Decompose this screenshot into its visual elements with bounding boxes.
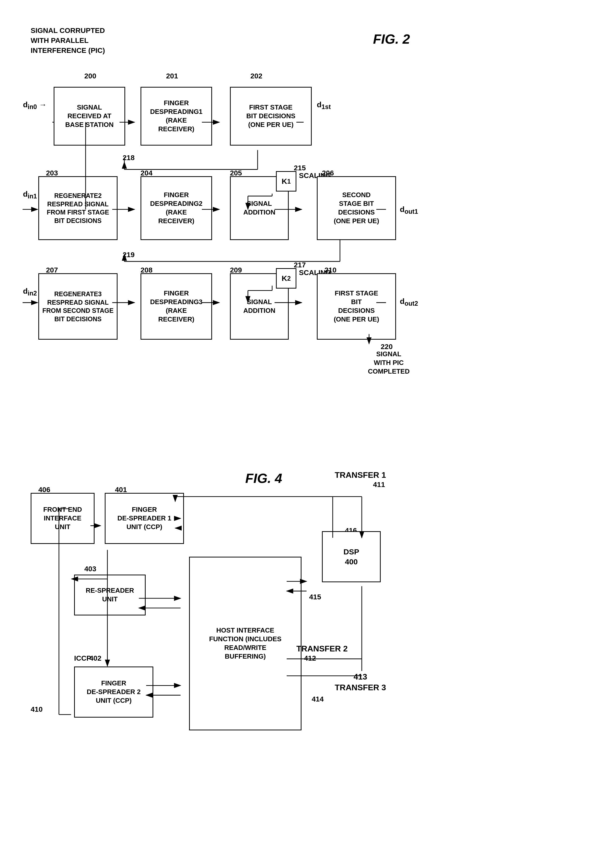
box-203: REGENERATE2RESPREAD SIGNALFROM FIRST STA… <box>38 176 117 240</box>
box-401: FINGERDE-SPREADER 1UNIT (CCP) <box>105 493 184 544</box>
fig4-container: FIG. 4 TRANSFER 1 411 406 FRONT ENDINTER… <box>15 455 577 863</box>
fig2-title: FIG. 2 <box>373 31 410 48</box>
fig4-title: FIG. 4 <box>245 470 282 487</box>
iccp-label: ICCP <box>74 654 91 663</box>
k1-box: K1 <box>276 171 296 192</box>
pic-label: SIGNAL CORRUPTEDWITH PARALLELINTERFERENC… <box>31 25 105 56</box>
box-dsp: DSP400 <box>322 531 381 582</box>
box-405: HOST INTERFACEFUNCTION (INCLUDESREAD/WRI… <box>189 557 302 730</box>
label-202: 202 <box>250 71 262 81</box>
din0-label: din0 → <box>23 100 47 111</box>
label-403: 403 <box>84 564 96 574</box>
box-402: FINGERDE-SPREADER 2UNIT (CCP) <box>74 667 153 717</box>
dout2-label: dout2 <box>400 296 418 308</box>
box-207: REGENERATE3RESPREAD SIGNALFROM SECOND ST… <box>38 273 117 340</box>
label-411: 411 <box>373 480 385 489</box>
label-414: 414 <box>312 695 324 704</box>
box-403: RE-SPREADERUNIT <box>74 574 146 616</box>
transfer3-label: 413TRANSFER 3 <box>335 672 386 693</box>
box-201: FINGERDESPREADING1(RAKERECEIVER) <box>141 87 212 146</box>
label-219: 219 <box>123 250 135 260</box>
box-200: SIGNALRECEIVED ATBASE STATION <box>54 87 125 146</box>
label-201: 201 <box>166 71 178 81</box>
transfer1-label: TRANSFER 1 <box>335 470 386 481</box>
label-410: 410 <box>31 705 43 714</box>
din2-label: din2 <box>23 286 37 298</box>
din1-label: din1 <box>23 189 37 201</box>
d1st-label: d1st <box>317 100 331 111</box>
label-412: 412 <box>304 654 316 663</box>
box-210: FIRST STAGEBITDECISIONS(ONE PER UE) <box>317 273 396 340</box>
box-208: FINGERDESPREADING3(RAKERECEIVER) <box>141 273 212 340</box>
box-204: FINGERDESPREADING2(RAKERECEIVER) <box>141 176 212 240</box>
label-218: 218 <box>123 153 135 162</box>
label-200: 200 <box>84 71 96 81</box>
dout1-label: dout1 <box>400 204 418 216</box>
pic-completed-label: SIGNALWITH PICCOMPLETED <box>368 350 410 376</box>
k2-box: K2 <box>276 268 296 289</box>
page: FIG. 2 SIGNAL CORRUPTEDWITH PARALLELINTE… <box>0 0 592 868</box>
box-206: SECONDSTAGE BITDECISIONS(ONE PER UE) <box>317 176 396 240</box>
label-402: 402 <box>89 654 101 663</box>
transfer2-label: TRANSFER 2 <box>296 644 348 654</box>
fig2-container: FIG. 2 SIGNAL CORRUPTEDWITH PARALLELINTE… <box>15 15 577 449</box>
box-406: FRONT ENDINTERFACEUNIT <box>31 493 95 544</box>
box-202: FIRST STAGEBIT DECISIONS(ONE PER UE) <box>230 87 312 146</box>
label-415: 415 <box>309 592 321 602</box>
